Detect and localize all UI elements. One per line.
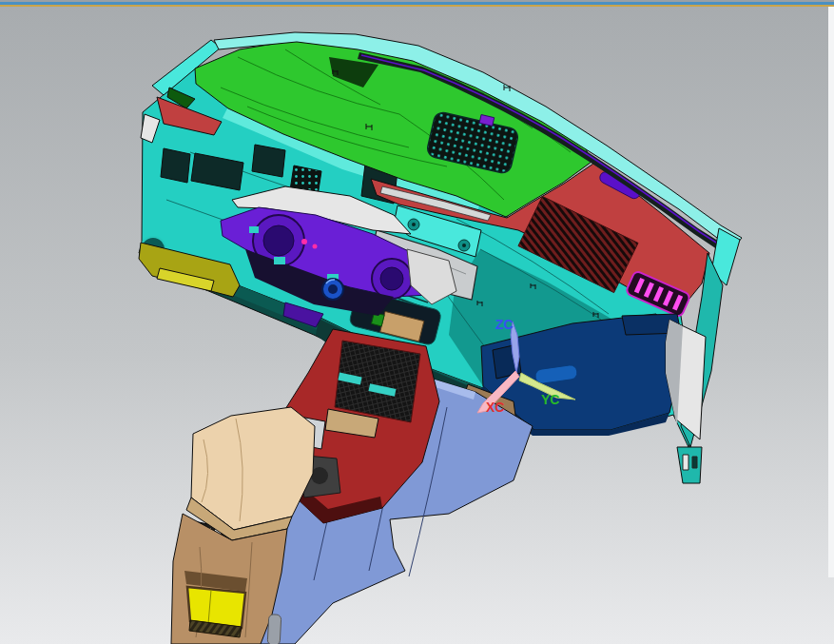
console-gray-trim <box>267 615 281 644</box>
toolbar-bottom-edge-tan <box>0 5 834 7</box>
part-start-button[interactable] <box>322 279 343 300</box>
opening-3 <box>252 145 285 177</box>
model-instrument-panel: ZC XC YC <box>0 0 834 644</box>
viewport-right-margin <box>828 7 834 577</box>
cad-window: ZC XC YC <box>0 0 834 644</box>
wcs-y-label: YC <box>541 392 559 407</box>
right-foot-bracket <box>677 447 702 483</box>
viewport-3d[interactable]: ZC XC YC <box>0 0 834 644</box>
wcs-z-label: ZC <box>495 317 514 332</box>
wcs-x-label: XC <box>486 400 504 415</box>
opening-1 <box>161 148 190 183</box>
